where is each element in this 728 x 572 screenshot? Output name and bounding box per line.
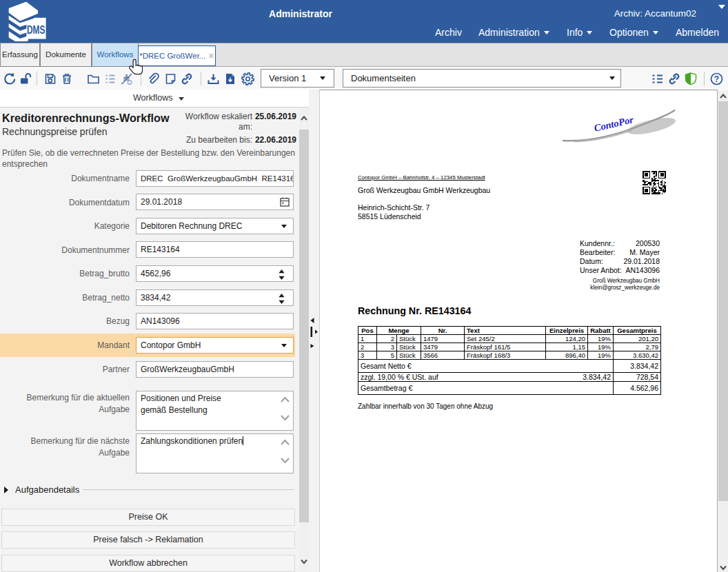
svg-text:?: ?	[714, 74, 719, 84]
